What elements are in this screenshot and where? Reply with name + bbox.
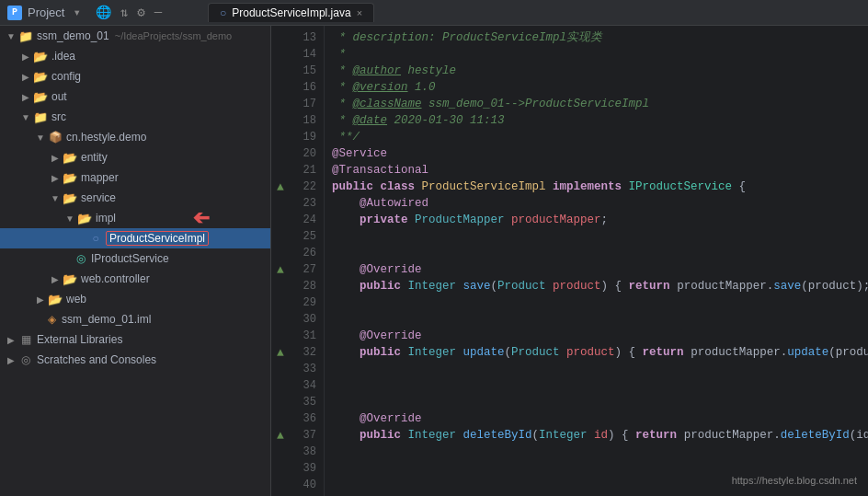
tree-mapper[interactable]: ▶ 📂 mapper <box>0 167 270 188</box>
code-line-26 <box>332 245 868 261</box>
tree-service[interactable]: ▼ 📂 service <box>0 188 270 208</box>
globe-icon[interactable]: 🌐 <box>93 3 114 22</box>
main-layout: ▼ 📁 ssm_demo_01 ~/IdeaProjects/ssm_demo … <box>0 26 868 496</box>
code-line-27: @Override <box>332 261 868 278</box>
tab-java-icon: ○ <box>220 6 226 19</box>
settings-icon[interactable]: ⚙ <box>134 3 147 22</box>
package-label: cn.hestyle.demo <box>66 131 146 144</box>
config-arrow: ▶ <box>18 69 33 84</box>
code-line-25 <box>332 228 868 245</box>
idea-icon: 📂 <box>33 50 48 63</box>
impl-icon: 📂 <box>77 212 92 225</box>
code-line-30 <box>332 311 868 328</box>
code-23-text: @Autowired <box>332 195 428 212</box>
tree-web-controller[interactable]: ▶ 📂 web.controller <box>0 269 270 289</box>
entity-icon: 📂 <box>63 151 77 164</box>
editor: ▲ ▲ ▲ ▲ ▲ <box>271 26 868 496</box>
project-icon: P <box>7 6 22 20</box>
code-line-15: * @author hestyle <box>332 63 868 79</box>
root-arrow: ▼ <box>4 29 18 43</box>
code-22-kw: public <box>332 179 381 195</box>
code-31-text: @Override <box>332 328 422 344</box>
code-line-35 <box>332 394 868 410</box>
gutter-16 <box>271 79 290 96</box>
gutter-25 <box>271 228 290 245</box>
code-13-text: * description: ProductServiceImpl实现类 <box>332 29 602 46</box>
iproduct-service-label: IProductService <box>91 252 169 265</box>
code-20-text: @Service <box>332 145 387 162</box>
gutter-19 <box>271 129 290 145</box>
gutter-37[interactable]: ▲ <box>271 427 290 444</box>
scratches-label: Scratches and Consoles <box>37 353 156 366</box>
code-area: * description: ProductServiceImpl实现类 * *… <box>325 26 868 496</box>
tree-out[interactable]: ▶ 📂 out <box>0 87 270 107</box>
tab-product-service-impl[interactable]: ○ ProductServiceImpl.java × <box>208 3 374 22</box>
tree-iml[interactable]: ◈ ssm_demo_01.iml <box>0 309 270 329</box>
tree-entity[interactable]: ▶ 📂 entity <box>0 147 270 167</box>
idea-arrow: ▶ <box>18 49 33 63</box>
tree-impl[interactable]: ▼ 📂 impl <box>0 208 270 228</box>
psi-spacer <box>77 231 88 246</box>
config-label: config <box>51 70 81 83</box>
tab-area: ○ ProductServiceImpl.java × <box>199 3 861 22</box>
code-21-text: @Transactional <box>332 162 428 179</box>
line-numbers: 1314151617 1819202122 2324252627 2829303… <box>290 26 325 496</box>
sync-icon[interactable]: ⇅ <box>118 3 131 22</box>
config-icon: 📂 <box>33 70 48 83</box>
tree-scratches[interactable]: ▶ ◎ Scratches and Consoles <box>0 350 270 370</box>
mapper-arrow: ▶ <box>48 170 63 185</box>
minimize-icon[interactable]: — <box>152 3 165 22</box>
interface-file-icon: ◎ <box>74 251 88 266</box>
code-line-29 <box>332 294 868 311</box>
gutter-18 <box>271 112 290 129</box>
code-line-37: public Integer deleteById(Integer id) { … <box>332 427 868 444</box>
src-icon: 📁 <box>33 110 48 123</box>
gutter-14 <box>271 46 290 63</box>
sidebar: ▼ 📁 ssm_demo_01 ~/IdeaProjects/ssm_demo … <box>0 26 271 496</box>
code-line-21: @Transactional <box>332 162 868 179</box>
gutter-35 <box>271 394 290 410</box>
gutter-32[interactable]: ▲ <box>271 344 290 361</box>
gutter-23 <box>271 195 290 212</box>
code-line-19: **/ <box>332 129 868 145</box>
el-icon: ▦ <box>18 333 33 346</box>
impl-arrow: ▼ <box>63 211 77 225</box>
gutter-26 <box>271 245 290 261</box>
code-line-33 <box>332 361 868 377</box>
gutter-icons: ▲ ▲ ▲ ▲ ▲ <box>271 26 290 496</box>
code-line-17: * @className ssm_demo_01-->ProductServic… <box>332 96 868 112</box>
web-icon: 📂 <box>48 293 63 306</box>
gutter-27[interactable]: ▲ <box>271 261 290 278</box>
watermark: https://hestyle.blog.csdn.net <box>732 472 857 489</box>
code-line-34 <box>332 377 868 394</box>
tree-package[interactable]: ▼ 📦 cn.hestyle.demo <box>0 127 270 147</box>
tree-web[interactable]: ▶ 📂 web <box>0 289 270 309</box>
code-line-18: * @date 2020-01-30 11:13 <box>332 112 868 129</box>
tree-iproduct-service[interactable]: ◎ IProductService <box>0 248 270 269</box>
tree-src[interactable]: ▼ 📁 src <box>0 107 270 127</box>
package-arrow: ▼ <box>33 130 48 144</box>
tab-close-button[interactable]: × <box>357 7 362 18</box>
idea-label: .idea <box>51 50 75 63</box>
tree-root[interactable]: ▼ 📁 ssm_demo_01 ~/IdeaProjects/ssm_demo <box>0 26 270 46</box>
code-line-28: public Integer save(Product product) { r… <box>332 278 868 294</box>
wc-icon: 📂 <box>63 272 77 285</box>
tree-config[interactable]: ▶ 📂 config <box>0 66 270 87</box>
code-line-16: * @version 1.0 <box>332 79 868 96</box>
gutter-15 <box>271 63 290 79</box>
entity-label: entity <box>81 151 108 164</box>
src-label: src <box>51 110 66 123</box>
gutter-31 <box>271 328 290 344</box>
gutter-21 <box>271 162 290 179</box>
gutter-36 <box>271 410 290 427</box>
wc-label: web.controller <box>81 272 150 285</box>
src-arrow: ▼ <box>18 110 33 124</box>
wc-arrow: ▶ <box>48 271 63 286</box>
out-arrow: ▶ <box>18 89 33 104</box>
tree-product-service-impl[interactable]: ○ ProductServiceImpl <box>0 228 270 248</box>
gutter-22[interactable]: ▲ <box>271 179 290 195</box>
tree-ext-libs[interactable]: ▶ ▦ External Libraries <box>0 329 270 350</box>
tree-idea[interactable]: ▶ 📂 .idea <box>0 46 270 66</box>
service-arrow: ▼ <box>48 190 63 205</box>
dropdown-icon[interactable]: ▾ <box>70 3 83 22</box>
